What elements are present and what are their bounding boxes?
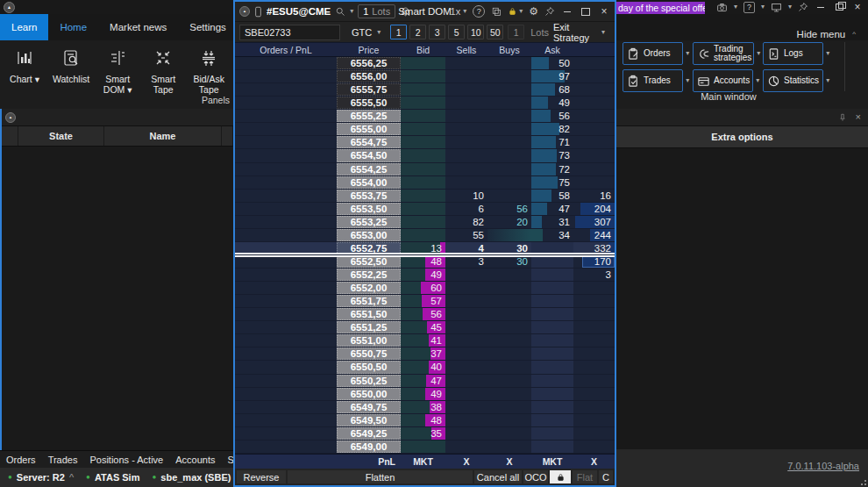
orders-pnl-cell[interactable]: [235, 334, 337, 347]
buys-cell[interactable]: [487, 57, 531, 69]
buys-cell[interactable]: [487, 308, 531, 320]
volume-cell[interactable]: [573, 97, 615, 109]
buys-cell[interactable]: [487, 149, 531, 161]
ask-cell[interactable]: [531, 375, 573, 387]
display-icon[interactable]: [771, 2, 782, 13]
resize-grip[interactable]: [864, 483, 866, 485]
ask-cell[interactable]: 50: [531, 57, 573, 69]
sells-cell[interactable]: [445, 136, 487, 148]
orders-pnl-cell[interactable]: [235, 57, 337, 69]
volume-cell[interactable]: [573, 110, 615, 122]
orders-pnl-cell[interactable]: [235, 388, 337, 400]
sells-cell[interactable]: [445, 388, 487, 400]
bid-cell[interactable]: [401, 149, 445, 161]
buys-cell[interactable]: [487, 70, 531, 82]
volume-cell[interactable]: 3: [573, 269, 615, 281]
sells-cell[interactable]: [445, 321, 487, 333]
ask-cell[interactable]: [531, 401, 573, 413]
footer-ask-mkt-button[interactable]: MKT: [531, 455, 573, 469]
lot-preset-5[interactable]: 5: [448, 25, 465, 39]
lot-preset-2[interactable]: 2: [409, 25, 426, 39]
bid-cell[interactable]: 13: [401, 242, 445, 254]
footer-bid-mkt-button[interactable]: MKT: [401, 455, 445, 469]
volume-cell[interactable]: 16: [573, 190, 615, 202]
lot-preset-10[interactable]: 10: [467, 25, 484, 39]
ask-cell[interactable]: 49: [531, 97, 573, 109]
volume-cell[interactable]: 332: [573, 242, 615, 254]
ask-cell[interactable]: [531, 347, 573, 360]
buys-cell[interactable]: [487, 334, 531, 347]
buys-cell[interactable]: [487, 321, 531, 333]
bottom-tab-positions-active[interactable]: Positions - Active: [83, 451, 169, 469]
display-caret-icon[interactable]: ▾: [788, 4, 792, 11]
menu-tab-market-news[interactable]: Market news: [98, 14, 178, 40]
buys-cell[interactable]: [487, 427, 531, 440]
hide-menu-button[interactable]: Hide menu^: [797, 29, 856, 39]
ribbon-button-caret-icon[interactable]: ▾: [754, 50, 763, 57]
buys-cell[interactable]: [487, 375, 531, 387]
toolbar-item-smart-dom[interactable]: SmartDOM ▾: [100, 44, 135, 102]
volume-cell[interactable]: [573, 70, 615, 82]
ask-cell[interactable]: [531, 282, 573, 294]
ribbon-button-caret-icon[interactable]: ▾: [823, 50, 833, 57]
panel-close-icon[interactable]: ×: [856, 112, 861, 122]
sells-cell[interactable]: [445, 361, 487, 373]
volume-cell[interactable]: [573, 361, 615, 373]
help-icon[interactable]: ?: [473, 5, 485, 18]
bid-cell[interactable]: 56: [401, 308, 445, 320]
buys-cell[interactable]: [487, 361, 531, 373]
bid-cell[interactable]: 49: [401, 388, 445, 400]
volume-cell[interactable]: [573, 321, 615, 333]
ask-cell[interactable]: 68: [531, 83, 573, 96]
camera-icon[interactable]: [716, 2, 728, 13]
volume-cell[interactable]: [573, 347, 615, 360]
volume-cell[interactable]: [573, 427, 615, 440]
bid-cell[interactable]: [401, 57, 445, 69]
buys-cell[interactable]: [487, 282, 531, 294]
bid-cell[interactable]: 41: [401, 334, 445, 347]
account-field[interactable]: SBE02733: [239, 25, 340, 40]
ask-cell[interactable]: 31: [531, 216, 573, 228]
buys-cell[interactable]: [487, 83, 531, 96]
bottom-tab-orders[interactable]: Orders: [0, 451, 42, 469]
volume-cell[interactable]: 204: [573, 203, 615, 215]
exit-strategy-dropdown[interactable]: Exit Strategy▾: [553, 22, 610, 43]
bid-cell[interactable]: 49: [401, 269, 445, 281]
orders-pnl-cell[interactable]: [235, 347, 337, 360]
menu-tab-home[interactable]: Home: [48, 14, 98, 40]
orders-pnl-cell[interactable]: [235, 308, 337, 320]
ask-cell[interactable]: 73: [531, 149, 573, 161]
settings-gear-icon[interactable]: ⚙: [529, 6, 538, 17]
ask-cell[interactable]: 47: [531, 203, 573, 215]
orders-pnl-cell[interactable]: [235, 203, 337, 215]
orders-pnl-cell[interactable]: [235, 414, 337, 426]
extra-options-body[interactable]: [616, 148, 868, 451]
lot-preset-3[interactable]: 3: [429, 25, 445, 39]
sells-cell[interactable]: [445, 347, 487, 360]
volume-cell[interactable]: [573, 334, 615, 347]
orders-pnl-cell[interactable]: [235, 440, 337, 453]
bid-cell[interactable]: [401, 190, 445, 202]
ask-cell[interactable]: [531, 440, 573, 453]
minimize-button[interactable]: [815, 1, 827, 13]
volume-cell[interactable]: [573, 83, 615, 96]
sells-cell[interactable]: [445, 334, 487, 347]
bottom-tab-accounts[interactable]: Accounts: [169, 451, 221, 469]
lock-dropdown[interactable]: ▾: [508, 6, 523, 17]
panel-pin-icon[interactable]: [838, 113, 847, 122]
sells-cell[interactable]: [445, 295, 487, 307]
orders-pnl-cell[interactable]: [235, 375, 337, 387]
ribbon-button-logs[interactable]: Logs: [763, 42, 823, 65]
orders-pnl-cell[interactable]: [235, 427, 337, 440]
bid-cell[interactable]: [401, 97, 445, 109]
bid-cell[interactable]: [401, 216, 445, 228]
orders-pnl-cell[interactable]: [235, 136, 337, 148]
ask-cell[interactable]: 56: [531, 110, 573, 122]
buys-cell[interactable]: [487, 440, 531, 453]
sells-cell[interactable]: [445, 308, 487, 320]
sells-cell[interactable]: [445, 401, 487, 413]
bid-cell[interactable]: 40: [401, 361, 445, 373]
connection-status[interactable]: ● ATAS Sim: [86, 472, 139, 483]
flatten-button[interactable]: Flatten: [288, 470, 473, 483]
instrument-caret-icon[interactable]: ▾: [350, 8, 353, 15]
